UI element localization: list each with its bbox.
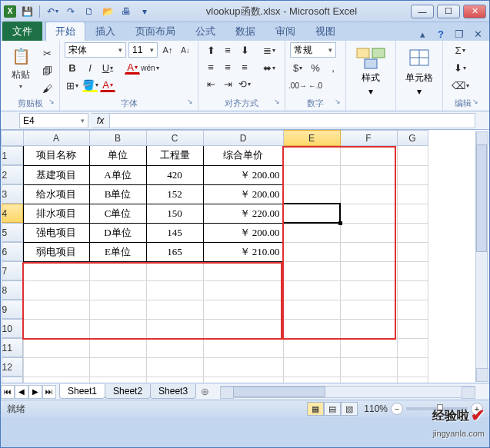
cell-G8[interactable] [397,280,428,300]
cell-B1[interactable]: 单位 [89,146,146,166]
row-header-9[interactable]: 9 [2,300,23,319]
vertical-scrollbar[interactable] [475,131,488,382]
zoom-in-button[interactable]: + [471,403,483,415]
cell-E8[interactable] [283,280,340,300]
decrease-font-icon[interactable]: A↓ [178,42,193,58]
comma-icon[interactable]: , [325,60,341,75]
cell-F1[interactable] [340,146,397,166]
undo-icon[interactable]: ↶ [45,4,60,19]
cell-F5[interactable] [340,223,397,242]
phonetic-icon[interactable]: wén [142,60,158,75]
font-color-icon[interactable]: A [125,61,140,75]
cell-A2[interactable]: 基建项目 [23,165,89,184]
cell-B6[interactable]: E单位 [89,242,146,261]
cell-D8[interactable] [203,280,283,300]
cell-F12[interactable] [340,357,397,377]
row-header-13[interactable]: 13 [2,377,23,383]
view-normal-icon[interactable]: ▦ [307,402,324,416]
row-header-6[interactable]: 6 [2,242,23,261]
close-button[interactable]: ✕ [463,5,486,18]
sheet-nav-first-icon[interactable]: ⏮ [1,385,15,399]
row-header-7[interactable]: 7 [2,261,23,280]
cell-G3[interactable] [397,184,428,204]
align-right-icon[interactable]: ≡ [237,59,252,75]
merge-icon[interactable]: ⬌ [258,60,280,75]
row-header-5[interactable]: 5 [2,223,23,242]
font-color2-icon[interactable]: A [100,78,115,92]
row-header-2[interactable]: 2 [2,165,23,184]
tab-file[interactable]: 文件 [2,22,42,41]
col-header-G[interactable]: G [397,131,428,146]
view-page-break-icon[interactable]: ▧ [341,402,358,416]
cell-F10[interactable] [340,319,397,338]
cell-F9[interactable] [340,300,397,319]
tab-view[interactable]: 视图 [305,22,345,41]
underline-button[interactable]: U [100,60,115,75]
restore-window-icon[interactable]: ❐ [452,27,466,41]
cell-D2[interactable]: ￥ 200.00 [203,165,283,184]
styles-button[interactable]: 样式 ▾ [351,42,391,100]
row-header-11[interactable]: 11 [2,338,23,357]
tab-data[interactable]: 数据 [225,22,265,41]
help-icon[interactable]: ? [434,27,448,41]
cell-G9[interactable] [397,300,428,319]
zoom-thumb[interactable] [437,404,443,413]
cell-B3[interactable]: B单位 [89,184,146,204]
cell-C12[interactable] [146,357,203,377]
hscroll-thumb[interactable] [233,387,325,397]
cell-D9[interactable] [203,300,283,319]
sheet-tab-1[interactable]: Sheet1 [59,384,105,399]
tab-insert[interactable]: 插入 [85,22,125,41]
row-header-8[interactable]: 8 [2,280,23,300]
cell-F4[interactable] [340,204,397,223]
cell-D7[interactable] [203,261,283,280]
col-header-F[interactable]: F [340,131,397,146]
cell-G1[interactable] [397,146,428,166]
tab-home[interactable]: 开始 [45,22,85,41]
cell-B2[interactable]: A单位 [89,165,146,184]
cell-E5[interactable] [283,223,340,242]
cut-icon[interactable]: ✂ [39,45,55,61]
align-middle-icon[interactable]: ≡ [220,42,235,58]
row-header-12[interactable]: 12 [2,357,23,377]
col-header-B[interactable]: B [89,131,146,146]
cell-G13[interactable] [397,377,428,383]
cell-G12[interactable] [397,357,428,377]
format-painter-icon[interactable]: 🖌 [39,81,55,96]
cell-C13[interactable] [146,377,203,383]
cell-B5[interactable]: D单位 [89,223,146,242]
cell-E6[interactable] [283,242,340,261]
align-bottom-icon[interactable]: ⬇ [237,42,252,58]
cell-E9[interactable] [283,300,340,319]
maximize-button[interactable]: ☐ [437,5,460,18]
cell-E1[interactable] [283,146,340,166]
cell-C10[interactable] [146,319,203,338]
cells-button[interactable]: 单元格 ▾ [401,42,438,100]
row-header-1[interactable]: 1 [2,146,23,165]
bold-button[interactable]: B [65,60,80,75]
cell-E10[interactable] [283,319,340,338]
view-page-layout-icon[interactable]: ▤ [324,402,341,416]
cell-A10[interactable] [23,319,89,338]
close-workbook-icon[interactable]: ✕ [471,27,485,41]
quickprint-icon[interactable]: 🖶 [118,4,134,19]
increase-decimal-icon[interactable]: .00→ [290,78,305,93]
autosum-icon[interactable]: Σ [448,42,472,58]
cell-D5[interactable]: ￥ 200.00 [203,223,283,242]
cell-F11[interactable] [340,338,397,357]
new-icon[interactable]: 🗋 [82,4,97,19]
cell-A12[interactable] [23,357,89,377]
cell-C6[interactable]: 165 [146,242,203,261]
zoom-out-button[interactable]: − [391,403,403,415]
cell-C1[interactable]: 工程量 [146,146,203,166]
select-all-button[interactable] [2,131,24,146]
cell-G6[interactable] [397,242,428,261]
col-header-A[interactable]: A [23,131,89,146]
cell-A11[interactable] [23,338,89,357]
zoom-slider[interactable] [406,407,468,410]
cell-A7[interactable] [23,261,89,280]
cell-A5[interactable]: 强电项目 [23,223,89,242]
cell-D3[interactable]: ￥ 200.00 [203,184,283,204]
number-format-combo[interactable]: 常规 [290,42,336,58]
align-center-icon[interactable]: ≡ [220,59,235,75]
